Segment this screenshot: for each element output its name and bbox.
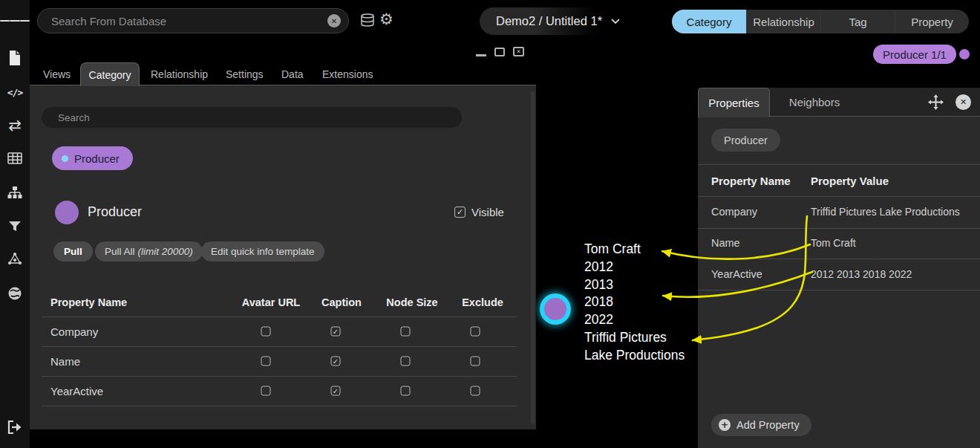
- divider: [42, 376, 517, 377]
- divider: [698, 290, 980, 290]
- category-color-dot: [959, 49, 970, 59]
- table-icon[interactable]: [0, 145, 30, 172]
- edit-quick-info-button[interactable]: Edit quick info template: [201, 241, 324, 262]
- logout-icon[interactable]: [0, 414, 30, 441]
- tab-relationship[interactable]: Relationship: [151, 62, 208, 85]
- divider: [42, 406, 517, 406]
- col-property-value: Property Value: [811, 175, 889, 187]
- code-icon[interactable]: </>: [0, 79, 30, 105]
- checkbox-name-caption[interactable]: ✓: [331, 357, 341, 366]
- checkbox-yearactive-exclude[interactable]: [471, 386, 480, 396]
- database-search: ✕: [37, 8, 349, 33]
- checkbox-yearactive-nodesize[interactable]: [401, 386, 411, 396]
- checkbox-company-avatar[interactable]: [261, 327, 271, 337]
- maximize-icon[interactable]: [494, 48, 505, 56]
- app-window: </> ⇄ ✕ ⚙ Demo2 / Untitled 1*: [0, 0, 980, 448]
- property-value: 2012 2013 2018 2022: [811, 268, 912, 280]
- checkbox-name-avatar[interactable]: [261, 357, 271, 366]
- close-window-icon[interactable]: ✕: [513, 47, 524, 56]
- database-icon[interactable]: [360, 13, 375, 30]
- graph-node-producer[interactable]: [540, 293, 571, 325]
- category-avatar: [55, 201, 79, 224]
- property-name: YearActive: [711, 268, 762, 280]
- tab-category[interactable]: Category: [80, 62, 140, 86]
- checkbox-name-nodesize[interactable]: [401, 357, 411, 366]
- divider: [698, 259, 980, 259]
- table-row-name: Name: [50, 355, 80, 368]
- panel-search-input[interactable]: [42, 112, 462, 123]
- menu-icon[interactable]: [0, 7, 30, 34]
- col-caption: Caption: [321, 296, 362, 308]
- tab-data[interactable]: Data: [281, 62, 304, 85]
- property-name: Name: [711, 237, 740, 249]
- visible-toggle[interactable]: ✓ Visible: [454, 206, 504, 218]
- node-label: Lake Productions: [584, 347, 685, 365]
- settings-gear-icon[interactable]: ⚙: [379, 12, 393, 27]
- tab-extensions[interactable]: Extensions: [322, 62, 373, 85]
- panel-scrollbar[interactable]: [531, 91, 535, 424]
- pull-button[interactable]: Pull: [53, 241, 93, 262]
- property-value: Triffid Pictures Lake Productions: [811, 206, 960, 218]
- database-search-input[interactable]: [38, 15, 327, 27]
- checkbox-company-nodesize[interactable]: [401, 327, 411, 337]
- swap-arrows-icon[interactable]: ⇄: [0, 112, 30, 139]
- plus-icon: +: [719, 419, 731, 431]
- col-property-name: Property Name: [50, 296, 127, 308]
- globe-icon[interactable]: [0, 280, 30, 307]
- node-label: Triffid Pictures: [584, 329, 685, 347]
- node-label: 2012: [584, 259, 685, 276]
- file-icon[interactable]: [0, 45, 30, 71]
- mode-tab-property[interactable]: Property: [895, 10, 969, 33]
- add-property-button[interactable]: + Add Property: [711, 414, 811, 436]
- node-label: 2013: [584, 276, 685, 294]
- property-value: Tom Craft: [811, 237, 856, 249]
- chip-dot: [62, 155, 68, 162]
- tab-views[interactable]: Views: [43, 62, 71, 85]
- move-panel-icon[interactable]: [928, 94, 944, 113]
- tab-properties[interactable]: Properties: [698, 88, 770, 117]
- document-title-dropdown[interactable]: Demo2 / Untitled 1*: [480, 7, 652, 35]
- category-chip-producer[interactable]: Producer: [52, 146, 133, 170]
- mode-tab-relationship[interactable]: Relationship: [746, 10, 820, 33]
- document-title: Demo2 / Untitled 1*: [496, 14, 602, 28]
- minimize-icon[interactable]: [476, 54, 486, 56]
- graph-node-labels: Tom Craft 2012 2013 2018 2022 Triffid Pi…: [584, 241, 685, 365]
- divider: [42, 316, 517, 317]
- panel-search: [42, 107, 462, 128]
- col-property-name: Property Name: [711, 175, 791, 187]
- table-row-name: YearActive: [50, 385, 103, 397]
- mode-tab-category[interactable]: Category: [672, 10, 746, 33]
- hierarchy-icon[interactable]: [0, 179, 30, 206]
- mode-tabs: Category Relationship Tag Property: [672, 10, 969, 33]
- checkbox-company-caption[interactable]: ✓: [331, 327, 341, 337]
- close-panel-icon[interactable]: ✕: [956, 94, 971, 110]
- checkbox-yearactive-avatar[interactable]: [261, 386, 271, 396]
- tab-settings[interactable]: Settings: [226, 62, 264, 85]
- clear-search-icon[interactable]: ✕: [327, 14, 341, 27]
- mode-tab-tag[interactable]: Tag: [820, 10, 895, 33]
- properties-panel: Properties Neighbors ✕ Producer Property…: [698, 88, 980, 448]
- tab-neighbors[interactable]: Neighbors: [781, 88, 848, 117]
- filter-icon[interactable]: [0, 212, 30, 239]
- checkbox-name-exclude[interactable]: [471, 357, 480, 366]
- selection-count-badge[interactable]: Producer 1/1: [873, 45, 956, 64]
- col-exclude: Exclude: [462, 296, 503, 308]
- chevron-down-icon: [611, 19, 620, 24]
- divider: [698, 228, 980, 229]
- category-title: Producer: [88, 204, 142, 220]
- pull-all-button[interactable]: Pull All (limit 20000): [95, 241, 203, 262]
- visible-checkbox[interactable]: ✓: [454, 207, 466, 218]
- node-label: Tom Craft: [584, 241, 685, 259]
- node-label: 2022: [584, 311, 685, 329]
- divider: [698, 164, 980, 165]
- checkbox-company-exclude[interactable]: [471, 327, 480, 337]
- divider: [42, 346, 517, 347]
- network-icon[interactable]: [0, 245, 30, 272]
- table-row-name: Company: [50, 325, 98, 338]
- divider: [698, 196, 980, 197]
- category-panel: Producer Producer ✓ Visible Pull Pull Al…: [30, 85, 536, 429]
- panel-category-chip[interactable]: Producer: [711, 129, 780, 152]
- sidebar: </> ⇄: [0, 0, 30, 448]
- checkbox-yearactive-caption[interactable]: ✓: [331, 386, 341, 396]
- property-name: Company: [711, 206, 757, 218]
